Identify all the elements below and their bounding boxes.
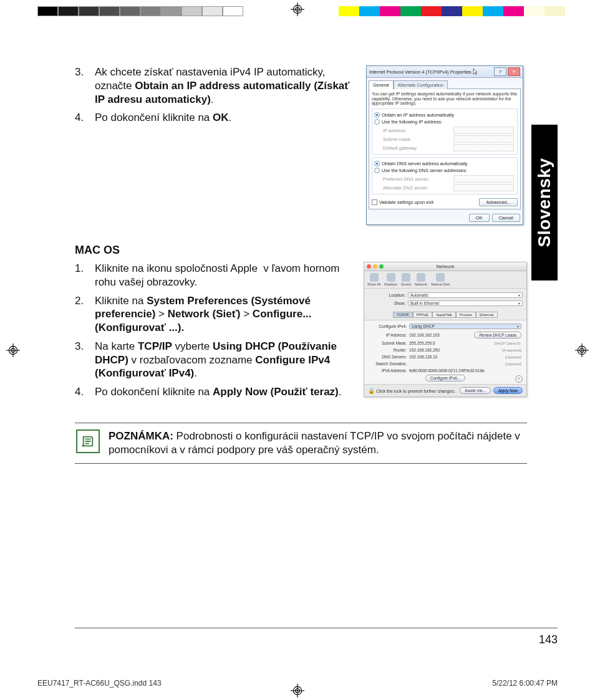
apply-now-button[interactable]: Apply Now — [493, 387, 523, 394]
help-icon[interactable]: ? — [515, 375, 523, 383]
dialog-title: Internet Protocol Version 4 (TCP/IPv4) P… — [369, 69, 472, 75]
mac-field-row: IP Address:192.168.182.103Renew DHCP Lea… — [365, 330, 525, 340]
configure-ipv4-select[interactable]: Using DHCP — [409, 324, 521, 329]
validate-checkbox[interactable] — [372, 199, 377, 205]
dialog-description: You can get IP settings assigned automat… — [372, 92, 518, 106]
toolbar-item[interactable]: Startup Disk — [431, 273, 450, 286]
lock-icon[interactable]: 🔒 — [368, 388, 375, 394]
toolbar-item[interactable]: Displays — [384, 273, 397, 286]
mac-network-dialog: Network Show AllDisplaysSoundNetworkStar… — [364, 262, 527, 397]
mac-field-row: Router:192.168.182.250(If required) — [365, 347, 525, 353]
disabled-field: Preferred DNS server:... — [374, 175, 515, 183]
toolbar-item[interactable]: Network — [415, 273, 427, 286]
page-number: 143 — [539, 633, 558, 646]
mac-tab[interactable]: PPPoE — [413, 312, 432, 318]
disabled-field: IP address:... — [374, 126, 515, 135]
mac-tab[interactable]: AppleTalk — [432, 312, 456, 318]
step-item: 3.Ak chcete získať nastavenia iPv4 IP au… — [75, 65, 359, 106]
toolbar-item[interactable]: Show All — [367, 273, 380, 286]
language-tab: Slovensky — [531, 125, 558, 280]
traffic-lights[interactable] — [367, 264, 384, 269]
step-item: 4.Po dokončení kliknite na OK. — [75, 111, 359, 125]
renew-dhcp-button[interactable]: Renew DHCP Lease — [474, 332, 521, 338]
registration-mark-icon — [291, 2, 304, 16]
step-item: 4.Po dokončení kliknite na Apply Now (Po… — [75, 385, 356, 399]
mac-field-row: Search Domains:(Optional) — [365, 360, 525, 367]
macos-heading: MAC OS — [75, 244, 527, 257]
mac-dialog-title: Network — [436, 264, 454, 269]
help-button[interactable]: ? — [494, 67, 506, 76]
mac-field-row: DNS Servers:192.168.128.10(Optional) — [365, 353, 525, 360]
step-item: 2.Kliknite na System Preferences (Systém… — [75, 294, 356, 335]
note-icon — [76, 429, 100, 453]
toolbar-item[interactable]: Sound — [401, 273, 411, 286]
mac-field-row: IPv6 Address:fe80:0000:0000:0000:0211:24… — [365, 367, 525, 374]
radio-ip-auto[interactable] — [374, 112, 380, 118]
registration-mark-icon — [6, 343, 20, 357]
disabled-field: Subnet mask:... — [374, 135, 515, 143]
radio-dns-manual[interactable] — [374, 168, 380, 173]
tab-general[interactable]: General — [369, 80, 394, 89]
footer-rule — [75, 628, 558, 628]
ok-button[interactable]: OK — [469, 214, 490, 222]
tab-alternate[interactable]: Alternate Configuration — [394, 80, 448, 89]
slug-timestamp: 5/22/12 6:00:47 PM — [492, 679, 558, 688]
assist-button[interactable]: Assist me... — [460, 387, 491, 394]
disabled-field: Alternate DNS server:... — [374, 183, 515, 192]
radio-dns-auto[interactable] — [374, 161, 380, 166]
note-text: POZNÁMKA: Podrobnosti o konfigurácii nas… — [109, 429, 526, 457]
step-item: 3.Na karte TCP/IP vyberte Using DHCP (Po… — [75, 340, 356, 380]
mac-field-row: Subnet Mask:255.255.255.0DHCP Client ID: — [365, 340, 525, 347]
grayscale-bar — [37, 6, 243, 16]
mac-tab[interactable]: TCP/IP — [393, 312, 412, 318]
windows-ipv4-dialog: Internet Protocol Version 4 (TCP/IPv4) P… — [366, 65, 523, 225]
show-select[interactable]: Built-in Ethernet — [408, 300, 523, 306]
slug-file: EEU7417_RT-AC66U_QSG.indd 143 — [37, 679, 162, 688]
cursor-icon — [473, 68, 478, 75]
mac-tab[interactable]: Proxies — [456, 312, 476, 318]
radio-ip-manual[interactable] — [374, 119, 380, 125]
cancel-button[interactable]: Cancel — [492, 214, 520, 222]
mac-tab[interactable]: Ethernet — [476, 312, 498, 318]
step-item: 1.Kliknite na ikonu spoločnosti Apple v … — [75, 262, 356, 289]
disabled-field: Default gateway:... — [374, 143, 515, 152]
color-bar — [339, 6, 565, 16]
close-button[interactable]: ✕ — [508, 67, 520, 76]
configure-ipv6-button[interactable]: Configure IPv6... — [425, 375, 465, 381]
location-select[interactable]: Automatic — [408, 292, 523, 298]
advanced-button[interactable]: Advanced... — [479, 198, 518, 206]
registration-mark-icon — [575, 343, 589, 357]
